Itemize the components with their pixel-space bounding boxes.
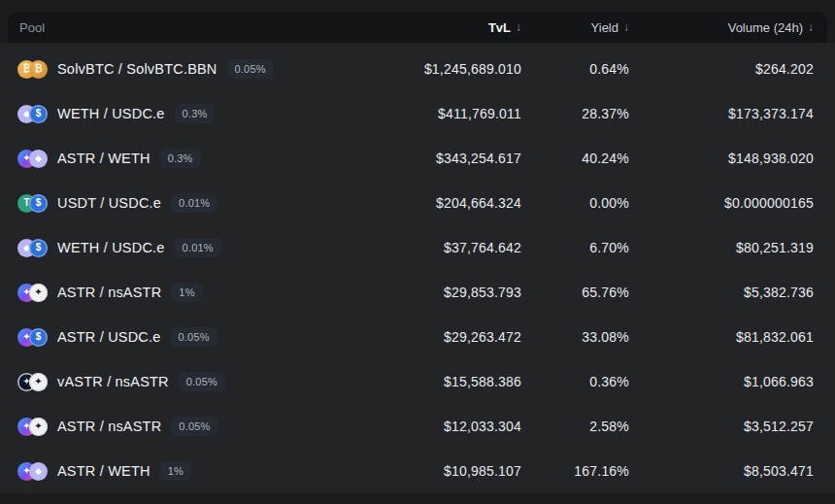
pool-table-row[interactable]: ✦ ✦ vASTR / nsASTR 0.05% $15,588.386 0.3… xyxy=(0,359,835,404)
yield-value: 2.58% xyxy=(589,404,629,449)
pool-name: vASTR / nsASTR xyxy=(57,374,169,389)
table-header: Pool TvL ↓ Yield ↓ Volume (24h) ↓ xyxy=(8,12,827,43)
token-pair-icons: ✦ ◆ xyxy=(17,462,48,481)
pool-header-label: Pool xyxy=(19,20,45,35)
pool-table-row[interactable]: ◆ $ WETH / USDC.e 0.01% $37,764.642 6.70… xyxy=(0,225,835,270)
pool-name: ASTR / WETH xyxy=(57,463,150,479)
tvl-value: $204,664.324 xyxy=(436,181,521,225)
fee-tier-badge: 1% xyxy=(160,461,191,481)
volume-value: $81,832.061 xyxy=(736,315,814,359)
fee-tier-badge: 1% xyxy=(171,283,202,302)
pool-cell: ✦ ◆ ASTR / WETH 0.3% xyxy=(0,149,201,168)
fee-tier-badge: 0.05% xyxy=(171,417,217,436)
usdc-token-icon: $ xyxy=(29,239,48,257)
sort-descending-icon: ↓ xyxy=(808,20,814,34)
volume-value: $264.202 xyxy=(755,47,814,91)
fee-tier-badge: 0.01% xyxy=(175,238,221,257)
pool-table-row[interactable]: ✦ ✦ ASTR / nsASTR 1% $29,853.793 65.76% … xyxy=(0,270,835,315)
tvl-value: $15,588.386 xyxy=(444,359,521,404)
pool-name: SolvBTC / SolvBTC.BBN xyxy=(57,61,217,77)
usdc-token-icon: $ xyxy=(29,194,48,213)
pool-name: ASTR / USDC.e xyxy=(57,329,161,345)
nsastr-token-icon: ✦ xyxy=(29,418,48,436)
volume-value: $8,503.471 xyxy=(744,449,814,493)
pool-name: USDT / USDC.e xyxy=(57,195,161,211)
volume-header-label: Volume (24h) xyxy=(728,20,803,35)
token-pair-icons: ✦ ✦ xyxy=(17,418,48,436)
tvl-value: $29,853.793 xyxy=(444,270,521,315)
weth-token-icon: ◆ xyxy=(29,150,48,168)
fee-tier-badge: 0.3% xyxy=(175,104,216,123)
tvl-value: $411,769.011 xyxy=(438,91,521,136)
token-pair-icons: ✦ ✦ xyxy=(17,373,48,391)
nsastr-token-icon: ✦ xyxy=(29,373,48,391)
pools-table-body: ₿ ₿ SolvBTC / SolvBTC.BBN 0.05% $1,245,6… xyxy=(0,43,835,493)
tvl-value: $37,764.642 xyxy=(444,225,521,270)
yield-value: 0.64% xyxy=(589,47,629,91)
column-header-tvl[interactable]: TvL ↓ xyxy=(488,12,521,43)
volume-value: $3,512.257 xyxy=(744,404,814,449)
pool-table-row[interactable]: ₿ ₿ SolvBTC / SolvBTC.BBN 0.05% $1,245,6… xyxy=(0,47,835,91)
pool-cell: T $ USDT / USDC.e 0.01% xyxy=(0,193,217,213)
pool-name: ASTR / nsASTR xyxy=(57,285,161,300)
pool-table-row[interactable]: T $ USDT / USDC.e 0.01% $204,664.324 0.0… xyxy=(0,181,835,225)
yield-value: 40.24% xyxy=(582,136,629,181)
volume-value: $80,251.319 xyxy=(736,225,814,270)
yield-value: 0.36% xyxy=(589,359,629,404)
pool-name: ASTR / nsASTR xyxy=(57,419,161,434)
fee-tier-badge: 0.05% xyxy=(171,327,217,347)
column-header-pool: Pool xyxy=(19,12,45,43)
token-pair-icons: ✦ ◆ xyxy=(17,150,48,168)
usdc-token-icon: $ xyxy=(29,328,48,347)
pool-cell: ✦ $ ASTR / USDC.e 0.05% xyxy=(0,327,217,347)
pool-table-row[interactable]: ◆ $ WETH / USDC.e 0.3% $411,769.011 28.3… xyxy=(0,91,835,136)
tvl-value: $10,985.107 xyxy=(444,449,521,493)
pool-cell: ✦ ✦ vASTR / nsASTR 0.05% xyxy=(0,372,225,391)
volume-value: $148,938.020 xyxy=(728,136,814,181)
yield-value: 6.70% xyxy=(589,225,629,270)
tvl-value: $1,245,689.010 xyxy=(424,47,521,91)
solvbtcbbn-token-icon: ₿ xyxy=(29,60,48,79)
sort-descending-icon: ↓ xyxy=(516,20,521,34)
yield-value: 167.16% xyxy=(574,449,629,493)
pool-cell: ✦ ✦ ASTR / nsASTR 1% xyxy=(0,283,203,302)
pool-cell: ◆ $ WETH / USDC.e 0.3% xyxy=(0,104,215,123)
pool-table-row[interactable]: ✦ ◆ ASTR / WETH 1% $10,985.107 167.16% $… xyxy=(0,449,835,493)
yield-value: 65.76% xyxy=(582,270,629,315)
volume-value: $173,373.174 xyxy=(728,91,814,136)
token-pair-icons: T $ xyxy=(17,194,48,213)
yield-header-label: Yield xyxy=(591,20,618,35)
pool-cell: ✦ ✦ ASTR / nsASTR 0.05% xyxy=(0,417,218,436)
pool-cell: ◆ $ WETH / USDC.e 0.01% xyxy=(0,238,221,257)
pool-cell: ₿ ₿ SolvBTC / SolvBTC.BBN 0.05% xyxy=(0,59,274,79)
yield-value: 0.00% xyxy=(589,181,629,225)
pool-name: WETH / USDC.e xyxy=(57,240,165,255)
volume-value: $5,382.736 xyxy=(744,270,814,315)
pool-table-row[interactable]: ✦ $ ASTR / USDC.e 0.05% $29,263.472 33.0… xyxy=(0,315,835,359)
column-header-yield[interactable]: Yield ↓ xyxy=(591,12,629,43)
token-pair-icons: ✦ ✦ xyxy=(17,284,48,302)
fee-tier-badge: 0.01% xyxy=(171,193,217,213)
volume-value: $1,066.963 xyxy=(744,359,814,404)
sort-descending-icon: ↓ xyxy=(623,20,629,34)
yield-value: 33.08% xyxy=(582,315,629,359)
pool-name: WETH / USDC.e xyxy=(57,106,165,121)
pool-table-row[interactable]: ✦ ◆ ASTR / WETH 0.3% $343,254.617 40.24%… xyxy=(0,136,835,181)
nsastr-token-icon: ✦ xyxy=(29,284,48,302)
pool-name: ASTR / WETH xyxy=(57,151,150,166)
volume-value: $0.000000165 xyxy=(724,181,814,225)
token-pair-icons: ₿ ₿ xyxy=(17,60,48,79)
pool-table-row[interactable]: ✦ ✦ ASTR / nsASTR 0.05% $12,033.304 2.58… xyxy=(0,404,835,449)
pool-cell: ✦ ◆ ASTR / WETH 1% xyxy=(0,461,191,481)
token-pair-icons: ✦ $ xyxy=(17,328,48,347)
usdc-token-icon: $ xyxy=(29,105,48,123)
token-pair-icons: ◆ $ xyxy=(17,105,48,123)
weth-token-icon: ◆ xyxy=(29,462,48,481)
tvl-value: $343,254.617 xyxy=(436,136,521,181)
yield-value: 28.37% xyxy=(582,91,629,136)
fee-tier-badge: 0.05% xyxy=(179,372,225,391)
column-header-volume[interactable]: Volume (24h) ↓ xyxy=(728,12,814,43)
token-pair-icons: ◆ $ xyxy=(17,239,48,257)
fee-tier-badge: 0.05% xyxy=(227,59,274,79)
tvl-value: $12,033.304 xyxy=(444,404,521,449)
